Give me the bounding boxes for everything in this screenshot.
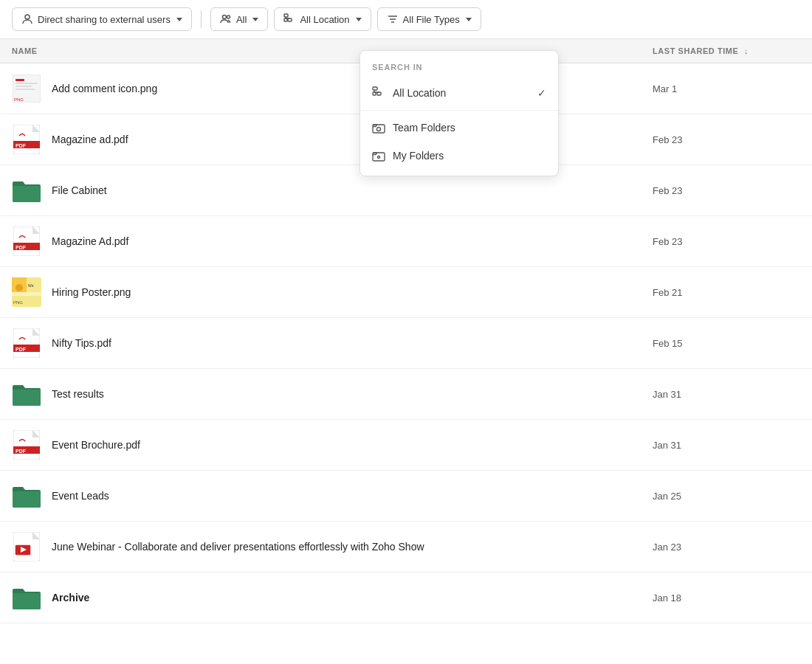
file-icon <box>12 532 41 561</box>
file-name: Nifty Tips.pdf <box>52 337 653 349</box>
dropdown-item-all-location[interactable]: All Location ✓ <box>360 79 558 107</box>
filter-icon <box>387 13 399 25</box>
file-name: June Webinar - Collaborate and deliver p… <box>52 541 653 553</box>
svg-rect-24 <box>12 292 41 296</box>
filetype-filter-chevron <box>466 18 472 21</box>
folder-icon <box>12 176 41 205</box>
file-icon: PNG We <box>12 277 41 307</box>
svg-rect-12 <box>16 86 32 87</box>
dropdown-item-label: All Location <box>393 87 446 99</box>
table-row[interactable]: June Webinar - Collaborate and deliver p… <box>0 522 812 573</box>
last-shared-time: Feb 21 <box>653 287 800 298</box>
dropdown-item-label: Team Folders <box>393 122 455 134</box>
all-filter-button[interactable]: All <box>210 7 268 31</box>
last-shared-time: Feb 23 <box>653 134 800 145</box>
svg-point-42 <box>377 128 381 131</box>
folder-icon <box>12 379 41 409</box>
svg-rect-10 <box>16 79 24 81</box>
file-icon: PDF <box>12 430 41 460</box>
file-name: Add comment icon.png <box>52 83 653 94</box>
file-icon: PNG <box>12 74 41 103</box>
table-row[interactable]: PDF Event Brochure.pdf Jan 31 <box>0 420 812 471</box>
dropdown-item-my-folders[interactable]: My Folders <box>360 142 558 170</box>
last-shared-time: Feb 23 <box>653 236 800 247</box>
svg-rect-43 <box>373 153 385 161</box>
team-folders-icon <box>372 121 385 134</box>
table-row[interactable]: Event Leads Jan 25 <box>0 471 812 522</box>
users-icon <box>220 13 232 25</box>
svg-text:PDF: PDF <box>16 143 27 148</box>
folder-icon <box>12 583 41 612</box>
table-row[interactable]: Archive Jan 18 <box>0 573 812 623</box>
last-shared-time: Feb 15 <box>653 338 800 349</box>
svg-point-1 <box>222 15 226 19</box>
file-name: File Cabinet <box>52 184 653 196</box>
sort-arrow[interactable]: ↓ <box>744 46 749 55</box>
last-shared-time: Feb 23 <box>653 185 800 196</box>
time-column-header: LAST SHARED TIME ↓ <box>653 46 800 55</box>
folder-icon <box>12 481 41 511</box>
table-row[interactable]: PNG We Hiring Poster.png Feb 21 <box>0 267 812 318</box>
svg-text:PDF: PDF <box>16 449 27 454</box>
svg-text:PNG: PNG <box>13 300 23 305</box>
svg-rect-36 <box>373 87 377 90</box>
svg-point-23 <box>16 284 23 291</box>
all-filter-chevron <box>252 18 258 21</box>
last-shared-time: Jan 31 <box>653 440 800 451</box>
file-name: Archive <box>52 592 653 604</box>
sharing-filter-button[interactable]: Direct sharing to external users <box>12 7 192 31</box>
toolbar-divider <box>201 10 202 28</box>
sharing-filter-label: Direct sharing to external users <box>38 14 171 25</box>
last-shared-time: Jan 23 <box>653 542 800 553</box>
last-shared-time: Jan 18 <box>653 592 800 604</box>
my-folders-icon <box>372 149 385 162</box>
file-name: Test results <box>52 388 653 400</box>
sharing-filter-chevron <box>176 18 182 21</box>
location-filter-label: All Location <box>300 14 349 25</box>
file-name: Magazine Ad.pdf <box>52 235 653 247</box>
table-row[interactable]: PDF Nifty Tips.pdf Feb 15 <box>0 318 812 369</box>
file-name: Magazine ad.pdf <box>52 134 653 145</box>
all-location-icon <box>372 86 385 100</box>
location-filter-chevron <box>356 18 362 21</box>
dropdown-search-label: SEARCH IN <box>360 57 558 79</box>
selected-checkmark: ✓ <box>537 87 546 99</box>
last-shared-time: Jan 31 <box>653 389 800 400</box>
location-filter-button[interactable]: All Location <box>274 7 371 31</box>
location-icon <box>283 13 295 25</box>
svg-point-44 <box>378 156 380 159</box>
file-name: Event Leads <box>52 490 653 502</box>
last-shared-time: Mar 1 <box>653 83 800 94</box>
dropdown-divider <box>360 110 558 111</box>
svg-text:We: We <box>28 283 34 288</box>
svg-point-2 <box>227 15 230 18</box>
svg-point-0 <box>25 15 30 19</box>
all-filter-label: All <box>236 14 247 25</box>
dropdown-item-label: My Folders <box>393 150 444 162</box>
svg-rect-41 <box>373 125 385 133</box>
file-name: Hiring Poster.png <box>52 286 653 298</box>
location-dropdown: SEARCH IN All Location ✓ Team Folders My… <box>359 50 559 176</box>
filetype-filter-label: All File Types <box>403 14 460 25</box>
svg-text:PDF: PDF <box>16 347 27 352</box>
user-icon <box>21 13 33 25</box>
file-icon: PDF <box>12 226 41 256</box>
svg-rect-3 <box>284 14 288 17</box>
svg-rect-11 <box>16 83 38 84</box>
filetype-filter-button[interactable]: All File Types <box>377 7 481 31</box>
file-name: Event Brochure.pdf <box>52 439 653 451</box>
file-icon: PDF <box>12 125 41 154</box>
table-row[interactable]: Test results Jan 31 <box>0 369 812 420</box>
toolbar: Direct sharing to external users All All… <box>0 0 812 39</box>
svg-text:PNG: PNG <box>14 97 24 102</box>
svg-text:PDF: PDF <box>16 245 27 250</box>
dropdown-item-team-folders[interactable]: Team Folders <box>360 114 558 142</box>
svg-rect-13 <box>16 89 35 90</box>
last-shared-time: Jan 25 <box>653 491 800 502</box>
table-row[interactable]: PDF Magazine Ad.pdf Feb 23 <box>0 216 812 267</box>
file-icon: PDF <box>12 328 41 358</box>
